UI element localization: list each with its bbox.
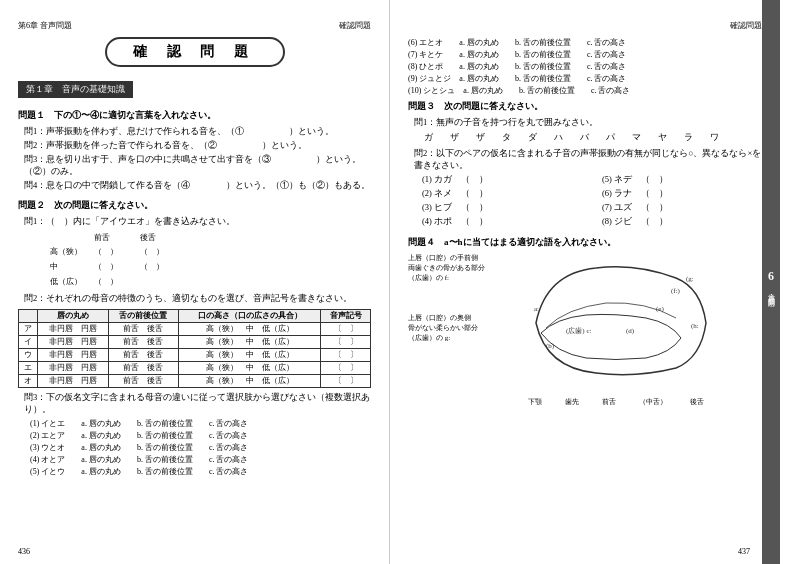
label-back-tongue: 後舌 bbox=[690, 397, 704, 407]
mondai2-q1-title: 問1：（ ）内に「アイウエオ」を書き込みなさい。 bbox=[24, 216, 371, 228]
mondai3-kana-row: ガ ザ ザ タ ダ ハ バ パ マ ヤ ラ ワ bbox=[424, 131, 762, 144]
q3-item-4: (4) オとア a. 唇の丸め b. 舌の前後位置 c. 舌の高さ bbox=[30, 454, 371, 465]
pair-4: (4) ホポ （ ） bbox=[422, 216, 582, 228]
mondai2-q2-title: 問2：それぞれの母音の特徴のうち、適切なものを選び、音声記号を書きなさい。 bbox=[24, 293, 371, 305]
pair-5: (5) ネデ （ ） bbox=[602, 174, 762, 186]
mondai4-block: 問題４ a〜hに当てはまる適切な語を入れなさい。 上唇（口腔）の手前側両歯ぐきの… bbox=[408, 236, 762, 407]
label-mid-tongue: （中舌） bbox=[639, 397, 667, 407]
q3-item-2: (2) エとア a. 唇の丸め b. 舌の前後位置 c. 舌の高さ bbox=[30, 430, 371, 441]
title-text: 確 認 問 題 bbox=[133, 44, 256, 59]
page-container: 第6章 音声問題 確認問題 確 認 問 題 第１章 音声の基礎知識 問題１ 下の… bbox=[0, 0, 800, 564]
right-sidebar: 6 音声・音韻問題 bbox=[762, 0, 780, 564]
table-row-a: ア 非円唇 円唇 前舌 後舌 高（狭） 中 低（広） 〔 〕 bbox=[19, 323, 371, 336]
left-page: 第6章 音声問題 確認問題 確 認 問 題 第１章 音声の基礎知識 問題１ 下の… bbox=[0, 0, 390, 564]
right-page-header: 確認問題 bbox=[408, 20, 762, 31]
pair-2: (2) ネメ （ ） bbox=[422, 188, 582, 200]
mondai1-q4: 問4：息を口の中で閉鎖して作る音を（④ ）という。（①）も（②）もある。 bbox=[24, 180, 371, 192]
diagram-left-label: 上唇（口腔）の手前側両歯ぐきの骨がある部分（広歯）の f: 上唇（口腔）の奥側骨… bbox=[408, 253, 508, 343]
mondai2-title: 問題２ 次の問題に答えなさい。 bbox=[18, 199, 371, 212]
pair-7: (7) ユズ （ ） bbox=[602, 202, 762, 214]
q3-item-8: (8) ひとポ a. 唇の丸め b. 舌の前後位置 c. 舌の高さ bbox=[408, 61, 762, 72]
pair-3: (3) ヒブ （ ） bbox=[422, 202, 582, 214]
top-label-right: 上唇（口腔）の奥側骨がない柔らかい部分（広歯）の g: bbox=[408, 313, 508, 343]
title-box: 確 認 問 題 bbox=[105, 37, 285, 67]
pair-grid: (1) カガ （ ） (5) ネデ （ ） (2) ネメ （ ） (6) ラナ … bbox=[422, 174, 762, 228]
right-page: 確認問題 (6) エとオ a. 唇の丸め b. 舌の前後位置 c. 舌の高さ (… bbox=[390, 0, 780, 564]
label-front-tongue: 前舌 bbox=[602, 397, 616, 407]
vowel-table: 唇の丸め 舌の前後位置 口の高さ（口の広さの具合） 音声記号 ア 非円唇 円唇 … bbox=[18, 309, 371, 388]
mondai1-q2: 問2：声帯振動を伴った音で作られる音を、（② ）という。 bbox=[24, 140, 371, 152]
mondai1-q3: 問3：息を切り出す于、声を口の中に共鳴させて出す音を（③ ）という。（②）のみ。 bbox=[24, 154, 371, 178]
left-page-number: 436 bbox=[18, 547, 30, 556]
label-lower-jaw: 下顎 bbox=[528, 397, 542, 407]
mondai2-block: 問題２ 次の問題に答えなさい。 問1：（ ）内に「アイウエオ」を書き込みなさい。… bbox=[18, 199, 371, 477]
col-header-position: 舌の前後位置 bbox=[108, 310, 178, 323]
col-header-symbol: 音声記号 bbox=[321, 310, 371, 323]
mondai2-q3-title: 問3：下の仮名文字に含まれる母音の違いに従って選択肢から選びなさい（複数選択あり… bbox=[24, 392, 371, 416]
table-row-o: オ 非円唇 円唇 前舌 後舌 高（狭） 中 低（広） 〔 〕 bbox=[19, 375, 371, 388]
mondai2-q3-items: (1) イとエ a. 唇の丸め b. 舌の前後位置 c. 舌の高さ (2) エと… bbox=[30, 418, 371, 477]
svg-text:(g:: (g: bbox=[686, 275, 694, 283]
svg-text:(e): (e) bbox=[656, 305, 664, 313]
sidebar-number: 6 bbox=[768, 269, 774, 284]
q3-item-1: (1) イとエ a. 唇の丸め b. 舌の前後位置 c. 舌の高さ bbox=[30, 418, 371, 429]
right-header-label: 確認問題 bbox=[730, 20, 762, 31]
pair-1: (1) カガ （ ） bbox=[422, 174, 582, 186]
left-header-chapter: 第6章 音声問題 bbox=[18, 20, 72, 31]
mondai1-q1: 問1：声帯振動を伴わず、息だけで作られる音を、（① ）という。 bbox=[24, 126, 371, 138]
mondai2-q3-continued: (6) エとオ a. 唇の丸め b. 舌の前後位置 c. 舌の高さ (7) キと… bbox=[408, 37, 762, 96]
svg-text:a:: a: bbox=[534, 305, 539, 313]
top-label-left: 上唇（口腔）の手前側両歯ぐきの骨がある部分（広歯）の f: bbox=[408, 253, 508, 283]
throat-diagram-container: (広歯) c: a: (b) (d) (e) (f:) (g: (h: 下顎 歯… bbox=[516, 253, 716, 407]
label-tooth-tip: 歯先 bbox=[565, 397, 579, 407]
mondai3-title: 問題３ 次の問題に答えなさい。 bbox=[408, 100, 762, 113]
q3-item-6: (6) エとオ a. 唇の丸め b. 舌の前後位置 c. 舌の高さ bbox=[408, 37, 762, 48]
mondai3-q2-title: 問2：以下のペアの仮名に含まれる子音の声帯振動の有無が同じなら○、異なるなら×を… bbox=[414, 148, 762, 172]
diagram-area: 上唇（口腔）の手前側両歯ぐきの骨がある部分（広歯）の f: 上唇（口腔）の奥側骨… bbox=[408, 253, 762, 407]
pair-6: (6) ラナ （ ） bbox=[602, 188, 762, 200]
left-page-header: 第6章 音声問題 確認問題 bbox=[18, 20, 371, 31]
q3-item-7: (7) キとケ a. 唇の丸め b. 舌の前後位置 c. 舌の高さ bbox=[408, 49, 762, 60]
front-back-grid: 前舌 後舌 高（狭） （ ） （ ） 中 （ ） （ ） 低（広） （ ） bbox=[48, 230, 176, 290]
q3-item-10: (10) シとシュ a. 唇の丸め b. 舌の前後位置 c. 舌の高さ bbox=[408, 85, 762, 96]
q3-item-5: (5) イとウ a. 唇の丸め b. 舌の前後位置 c. 舌の高さ bbox=[30, 466, 371, 477]
svg-text:(b): (b) bbox=[546, 342, 555, 350]
bottom-labels: 下顎 歯先 前舌 （中舌） 後舌 bbox=[516, 397, 716, 407]
q3-item-3: (3) ウとオ a. 唇の丸め b. 舌の前後位置 c. 舌の高さ bbox=[30, 442, 371, 453]
mondai3-block: 問題３ 次の問題に答えなさい。 問1：無声の子音を持つ行を丸で囲みなさい。 ガ … bbox=[408, 100, 762, 228]
mondai3-q1-title: 問1：無声の子音を持つ行を丸で囲みなさい。 bbox=[414, 117, 762, 129]
table-row-u: ウ 非円唇 円唇 前舌 後舌 高（狭） 中 低（広） 〔 〕 bbox=[19, 349, 371, 362]
q3-item-9: (9) ジュとジ a. 唇の丸め b. 舌の前後位置 c. 舌の高さ bbox=[408, 73, 762, 84]
left-header-section: 確認問題 bbox=[339, 20, 371, 31]
svg-text:(h:: (h: bbox=[691, 322, 699, 330]
table-row-e: エ 非円唇 円唇 前舌 後舌 高（狭） 中 低（広） 〔 〕 bbox=[19, 362, 371, 375]
table-row-i: イ 非円唇 円唇 前舌 後舌 高（狭） 中 低（広） 〔 〕 bbox=[19, 336, 371, 349]
chapter-label: 第１章 音声の基礎知識 bbox=[18, 81, 133, 98]
pair-8: (8) ジビ （ ） bbox=[602, 216, 762, 228]
mondai4-title: 問題４ a〜hに当てはまる適切な語を入れなさい。 bbox=[408, 236, 762, 249]
right-page-number: 437 bbox=[738, 547, 750, 556]
col-header-height: 口の高さ（口の広さの具合） bbox=[178, 310, 320, 323]
svg-text:(広歯) c:: (広歯) c: bbox=[566, 327, 592, 335]
col-header-lips: 唇の丸め bbox=[38, 310, 108, 323]
sidebar-label: 音声・音韻問題 bbox=[766, 288, 776, 295]
mondai1-title: 問題１ 下の①〜④に適切な言葉を入れなさい。 bbox=[18, 109, 371, 122]
svg-text:(f:): (f:) bbox=[671, 287, 681, 295]
col-header-vowel bbox=[19, 310, 38, 323]
throat-svg: (広歯) c: a: (b) (d) (e) (f:) (g: (h: bbox=[516, 253, 716, 393]
svg-text:(d): (d) bbox=[626, 327, 635, 335]
mondai1-block: 問題１ 下の①〜④に適切な言葉を入れなさい。 問1：声帯振動を伴わず、息だけで作… bbox=[18, 109, 371, 191]
